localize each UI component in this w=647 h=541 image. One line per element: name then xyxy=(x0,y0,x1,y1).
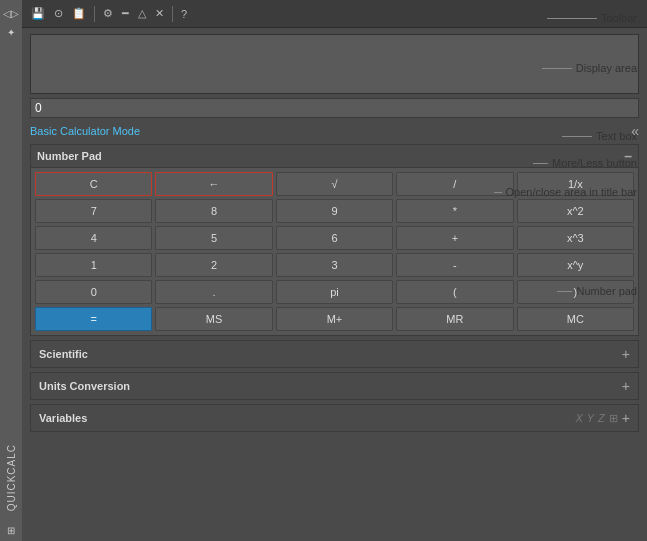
pad-btn-2[interactable]: 2 xyxy=(155,253,272,277)
pad-btn-decimal[interactable]: . xyxy=(155,280,272,304)
quickcalc-label: QUICKCALC xyxy=(6,444,17,511)
pad-btn-3[interactable]: 3 xyxy=(276,253,393,277)
app-window: ◁▷ ✦ QUICKCALC ⊞ 💾 ⊙ 📋 ⚙ ━ △ ✕ ? Basic C xyxy=(0,0,647,541)
pad-btn-mc[interactable]: MC xyxy=(517,307,634,331)
ruler-icon[interactable]: ━ xyxy=(119,5,132,22)
scientific-add-btn[interactable]: + xyxy=(622,346,630,362)
pad-btn-xy[interactable]: x^y xyxy=(517,253,634,277)
pad-btn-clear[interactable]: C xyxy=(35,172,152,196)
triangle-icon[interactable]: △ xyxy=(135,5,149,22)
pad-btn-add[interactable]: + xyxy=(396,226,513,250)
variables-bar[interactable]: Variables X Y Z ⊞ + xyxy=(31,405,638,431)
pad-btn-5[interactable]: 5 xyxy=(155,226,272,250)
toolbar: 💾 ⊙ 📋 ⚙ ━ △ ✕ ? xyxy=(22,0,647,28)
text-box-input[interactable] xyxy=(30,98,639,118)
sidebar-icon-1[interactable]: ◁▷ xyxy=(3,8,19,19)
number-pad-title-bar[interactable]: Number Pad – xyxy=(31,145,638,168)
number-pad-grid: C ← √ / 1/x 7 8 9 * x^2 4 5 6 + x^3 1 2 … xyxy=(31,168,638,335)
pad-btn-equals[interactable]: = xyxy=(35,307,152,331)
var-icon-x: X xyxy=(575,412,582,424)
scientific-section-bar[interactable]: Scientific + xyxy=(31,341,638,367)
close-icon[interactable]: ✕ xyxy=(152,5,167,22)
sidebar-top-icons: ◁▷ ✦ xyxy=(3,8,19,38)
left-sidebar: ◁▷ ✦ QUICKCALC ⊞ xyxy=(0,0,22,541)
pad-btn-6[interactable]: 6 xyxy=(276,226,393,250)
units-conversion-add-btn[interactable]: + xyxy=(622,378,630,394)
folder-icon[interactable]: 📋 xyxy=(69,5,89,22)
pad-btn-x3[interactable]: x^3 xyxy=(517,226,634,250)
more-less-button[interactable]: « xyxy=(631,124,639,138)
pad-btn-sqrt[interactable]: √ xyxy=(276,172,393,196)
scientific-section: Scientific + xyxy=(30,340,639,368)
pad-btn-ms[interactable]: MS xyxy=(155,307,272,331)
settings-icon[interactable]: ⚙ xyxy=(100,5,116,22)
pad-btn-0[interactable]: 0 xyxy=(35,280,152,304)
save-icon[interactable]: 💾 xyxy=(28,5,48,22)
pad-btn-1[interactable]: 1 xyxy=(35,253,152,277)
pad-btn-pi[interactable]: pi xyxy=(276,280,393,304)
pad-btn-mr[interactable]: MR xyxy=(396,307,513,331)
pad-btn-reciprocal[interactable]: 1/x xyxy=(517,172,634,196)
var-icon-grid: ⊞ xyxy=(609,412,618,425)
sidebar-icon-2[interactable]: ✦ xyxy=(7,27,15,38)
text-box-row xyxy=(30,98,639,118)
units-conversion-label: Units Conversion xyxy=(39,380,130,392)
clock-icon[interactable]: ⊙ xyxy=(51,5,66,22)
variables-label: Variables xyxy=(39,412,87,424)
mode-row: Basic Calculator Mode « xyxy=(30,124,639,138)
pad-btn-8[interactable]: 8 xyxy=(155,199,272,223)
pad-btn-close-paren[interactable]: ) xyxy=(517,280,634,304)
variables-icons: X Y Z ⊞ + xyxy=(575,410,630,426)
mode-label: Basic Calculator Mode xyxy=(30,125,140,137)
pad-btn-backspace[interactable]: ← xyxy=(155,172,272,196)
units-conversion-section: Units Conversion + xyxy=(30,372,639,400)
main-panel: 💾 ⊙ 📋 ⚙ ━ △ ✕ ? Basic Calculator Mode « … xyxy=(22,0,647,541)
number-pad-section: Number Pad – C ← √ / 1/x 7 8 9 * x^2 4 5… xyxy=(30,144,639,336)
variables-section: Variables X Y Z ⊞ + xyxy=(30,404,639,432)
var-icon-y: Y xyxy=(587,412,594,424)
scientific-label: Scientific xyxy=(39,348,88,360)
number-pad-collapse-btn[interactable]: – xyxy=(624,148,632,164)
pad-btn-subtract[interactable]: - xyxy=(396,253,513,277)
toolbar-separator-2 xyxy=(172,6,173,22)
pad-btn-7[interactable]: 7 xyxy=(35,199,152,223)
pad-btn-9[interactable]: 9 xyxy=(276,199,393,223)
pad-btn-mplus[interactable]: M+ xyxy=(276,307,393,331)
pad-btn-4[interactable]: 4 xyxy=(35,226,152,250)
pad-btn-open-paren[interactable]: ( xyxy=(396,280,513,304)
toolbar-separator-1 xyxy=(94,6,95,22)
display-area xyxy=(30,34,639,94)
variables-add-btn[interactable]: + xyxy=(622,410,630,426)
pad-btn-divide[interactable]: / xyxy=(396,172,513,196)
help-icon[interactable]: ? xyxy=(178,6,190,22)
units-conversion-bar[interactable]: Units Conversion + xyxy=(31,373,638,399)
bottom-sidebar-icon[interactable]: ⊞ xyxy=(7,525,15,536)
number-pad-title: Number Pad xyxy=(37,150,102,162)
pad-btn-multiply[interactable]: * xyxy=(396,199,513,223)
pad-btn-x2[interactable]: x^2 xyxy=(517,199,634,223)
var-icon-z: Z xyxy=(598,412,605,424)
